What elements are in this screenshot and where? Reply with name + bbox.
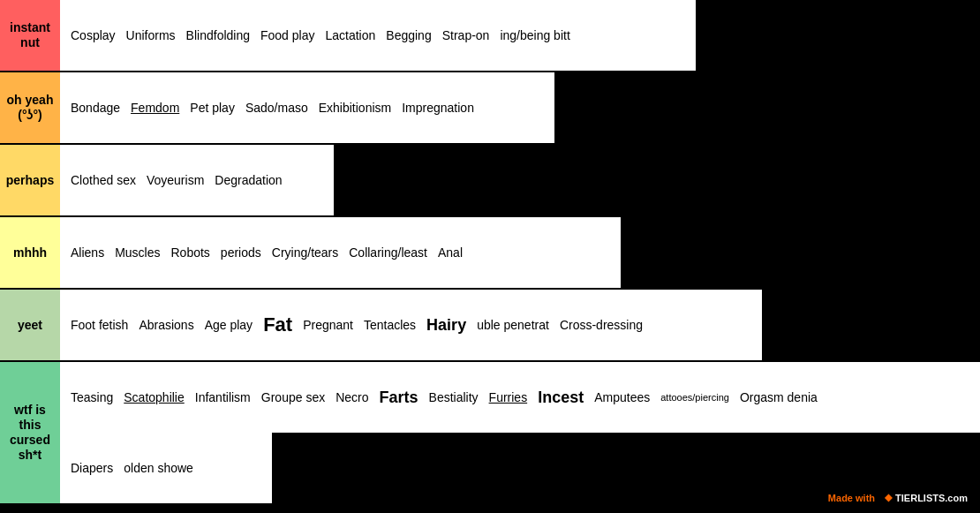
tier-content-instant: Cosplay Uniforms Blindfolding Food play … — [60, 0, 696, 71]
item-voyeurism: Voyeurism — [143, 171, 207, 189]
item-aliens: Aliens — [67, 244, 108, 261]
item-groupesex: Groupe sex — [258, 389, 328, 406]
item-necro: Necro — [332, 389, 372, 406]
item-uniforms: Uniforms — [123, 26, 179, 44]
tier-content-yeet: Foot fetish Abrasions Age play Fat Pregn… — [60, 290, 762, 360]
item-fat: Fat — [260, 312, 296, 338]
tier-content-wtf-wrapper: Teasing Scatophilie Infantilism Groupe s… — [60, 362, 980, 503]
item-foodplay: Food play — [257, 26, 318, 44]
watermark-brand-text: TIERLISTS.com — [895, 493, 968, 503]
tier-label-ohyeah: oh yeah (°ʖ°) — [0, 72, 60, 143]
tier-label-mhhh: mhhh — [0, 217, 60, 288]
item-lactation: Lactation — [321, 26, 379, 44]
item-blindfolding: Blindfolding — [183, 26, 253, 44]
tier-row-inner-perhaps: Clothed sex Voyeurism Degradation — [60, 145, 980, 215]
item-biting: ing/being bitt — [496, 26, 573, 44]
item-impregnation: Impregnation — [398, 99, 478, 117]
tier-content-wtf-row1: Teasing Scatophilie Infantilism Groupe s… — [60, 362, 980, 433]
item-incest: Incest — [534, 387, 587, 409]
tier-label-yeet: yeet — [0, 290, 60, 360]
item-doublepenetration: uble penetrat — [473, 316, 553, 334]
item-robots: Robots — [168, 244, 214, 261]
tier-row-ohyeah: oh yeah (°ʖ°) Bondage Femdom Pet play Sa… — [0, 72, 980, 145]
item-collaring: Collaring/least — [345, 244, 431, 261]
tier-row-yeet: yeet Foot fetish Abrasions Age play Fat … — [0, 290, 980, 362]
item-sadomaso: Sado/maso — [242, 99, 312, 117]
item-farts: Farts — [376, 387, 422, 409]
item-exhibitionism: Exhibitionism — [315, 99, 395, 117]
item-clothedsex: Clothed sex — [67, 171, 139, 189]
item-tentacles: Tentacles — [360, 316, 419, 334]
item-scatophilie: Scatophilie — [120, 389, 188, 406]
item-degradation: Degradation — [211, 171, 285, 189]
tier-row-inner-ohyeah: Bondage Femdom Pet play Sado/maso Exhibi… — [60, 72, 980, 143]
item-cosplay: Cosplay — [67, 26, 119, 44]
item-footfetish: Foot fetish — [67, 316, 132, 334]
item-bondage: Bondage — [67, 99, 124, 117]
item-ageplay: Age play — [201, 316, 256, 334]
item-diapers: Diapers — [67, 459, 117, 477]
watermark: Made with ◆ TIERLISTS.com — [823, 489, 973, 506]
tier-content-wtf-row2-white: Diapers olden showe — [60, 433, 272, 503]
tier-row-inner-instant: Cosplay Uniforms Blindfolding Food play … — [60, 0, 980, 71]
tier-label-instant: instant nut — [0, 0, 60, 71]
tier-row-instant: instant nut Cosplay Uniforms Blindfoldin… — [0, 0, 980, 72]
tier-fill-yeet — [762, 290, 980, 360]
watermark-brand: ◆ — [885, 492, 892, 503]
item-orgasmdenial: Orgasm denia — [736, 389, 821, 406]
watermark-text: Made with — [828, 493, 875, 503]
tier-row-mhhh: mhhh Aliens Muscles Robots periods Cryin… — [0, 217, 980, 290]
tier-row-inner-yeet: Foot fetish Abrasions Age play Fat Pregn… — [60, 290, 980, 360]
tier-fill-instant — [696, 0, 980, 71]
tier-fill-perhaps — [334, 145, 980, 215]
tier-label-wtf: wtf is this cursed sh*t — [0, 362, 60, 503]
item-furries: Furries — [486, 389, 531, 406]
tier-label-perhaps: perhaps — [0, 145, 60, 215]
tier-list: instant nut Cosplay Uniforms Blindfoldin… — [0, 0, 980, 505]
tier-content-perhaps: Clothed sex Voyeurism Degradation — [60, 145, 334, 215]
item-goldenshower: olden showe — [120, 459, 197, 477]
item-muscles: Muscles — [111, 244, 163, 261]
tier-content-ohyeah: Bondage Femdom Pet play Sado/maso Exhibi… — [60, 72, 554, 143]
item-anal: Anal — [434, 244, 466, 261]
item-teasing: Teasing — [67, 389, 117, 406]
tier-content-mhhh: Aliens Muscles Robots periods Crying/tea… — [60, 217, 621, 288]
item-pregnant: Pregnant — [299, 316, 357, 334]
item-tattoos: attooes/piercing — [657, 390, 733, 404]
item-begging: Begging — [382, 26, 434, 44]
item-bestiality: Bestiality — [426, 389, 482, 406]
tier-fill-ohyeah — [554, 72, 980, 143]
item-crying: Crying/tears — [268, 244, 342, 261]
item-amputees: Amputees — [591, 389, 653, 406]
item-crossdressing: Cross-dressing — [556, 316, 646, 334]
item-femdom: Femdom — [127, 99, 183, 117]
tier-row-wtf: wtf is this cursed sh*t Teasing Scatophi… — [0, 362, 980, 505]
tier-row-perhaps: perhaps Clothed sex Voyeurism Degradatio… — [0, 145, 980, 217]
item-periods: periods — [217, 244, 265, 261]
item-abrasions: Abrasions — [135, 316, 197, 334]
item-petplay: Pet play — [186, 99, 238, 117]
item-infantilism: Infantilism — [192, 389, 254, 406]
item-strapon: Strap-on — [439, 26, 494, 44]
item-hairy: Hairy — [423, 314, 470, 336]
tier-fill-mhhh — [621, 217, 980, 288]
tier-row-inner-mhhh: Aliens Muscles Robots periods Crying/tea… — [60, 217, 980, 288]
